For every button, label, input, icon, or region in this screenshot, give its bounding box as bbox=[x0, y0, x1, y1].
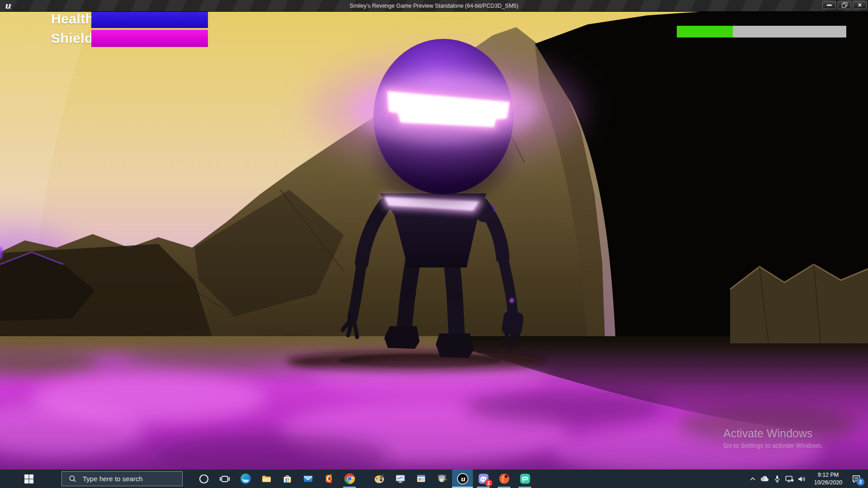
health-row: Health bbox=[51, 11, 208, 28]
taskbar-app-icons: u 2 bbox=[193, 469, 535, 488]
tray-onedrive-icon[interactable] bbox=[759, 469, 771, 488]
discord-notification-badge: 2 bbox=[485, 479, 492, 487]
taskbar-clock[interactable]: 9:12 PM 10/26/2020 bbox=[809, 470, 847, 488]
health-label: Health bbox=[51, 11, 91, 28]
edge-icon bbox=[240, 473, 251, 484]
mail-icon bbox=[302, 473, 314, 484]
tray-chevron-up-icon[interactable] bbox=[746, 469, 759, 488]
taskbar-icon-store[interactable] bbox=[277, 469, 297, 488]
origin-icon bbox=[499, 473, 510, 484]
taskbar-icon-streamlabs[interactable] bbox=[514, 469, 535, 488]
shield-row: Shield bbox=[51, 29, 208, 47]
task-view-icon bbox=[219, 474, 230, 484]
minimize-icon bbox=[827, 5, 832, 6]
taskbar-icon-office[interactable] bbox=[318, 469, 339, 488]
system-tray: 9:12 PM 10/26/2020 2 bbox=[746, 469, 865, 488]
taskbar-icon-file-explorer[interactable] bbox=[256, 469, 277, 488]
game-scene bbox=[0, 11, 868, 469]
windows-start-icon bbox=[24, 474, 34, 484]
microsoft-store-icon bbox=[282, 473, 293, 484]
start-button[interactable] bbox=[18, 469, 40, 488]
system-monitor-icon bbox=[395, 473, 406, 484]
minimize-button[interactable] bbox=[822, 1, 836, 9]
player-hud: Health Shield bbox=[51, 11, 208, 49]
chrome-icon bbox=[344, 473, 355, 484]
tray-microphone-icon[interactable] bbox=[771, 469, 783, 488]
search-icon bbox=[68, 474, 77, 483]
enemy-health-bar bbox=[677, 26, 846, 38]
paint-palette-icon bbox=[374, 473, 385, 484]
svg-text:u: u bbox=[5, 1, 11, 10]
taskbar-icon-task-view[interactable] bbox=[214, 469, 235, 488]
taskbar-icon-paint[interactable] bbox=[369, 469, 390, 488]
tray-date: 10/26/2020 bbox=[810, 479, 846, 486]
file-explorer-icon bbox=[261, 473, 272, 484]
unreal-engine-icon: u bbox=[457, 473, 469, 485]
taskbar-icon-chrome[interactable] bbox=[339, 469, 360, 488]
presentation-icon bbox=[415, 473, 427, 484]
shield-bar-fill bbox=[91, 30, 208, 47]
svg-text:u: u bbox=[460, 475, 465, 483]
restore-icon bbox=[842, 2, 847, 8]
search-input[interactable] bbox=[82, 474, 182, 483]
taskbar-icon-presentation[interactable] bbox=[410, 469, 431, 488]
tray-volume-icon[interactable] bbox=[795, 469, 807, 488]
window-title: Smiley's Revenge Game Preview Standalone… bbox=[0, 3, 868, 9]
shield-bar bbox=[91, 30, 208, 47]
health-bar-fill bbox=[91, 11, 208, 28]
unreal-logo-icon: u bbox=[3, 1, 14, 11]
enemy-health-fill bbox=[677, 26, 733, 38]
taskbar-icon-edge[interactable] bbox=[235, 469, 256, 488]
taskbar: u 2 bbox=[0, 469, 868, 488]
close-icon: × bbox=[858, 1, 862, 8]
close-button[interactable]: × bbox=[853, 1, 867, 9]
window-titlebar: u Smiley's Revenge Game Preview Standalo… bbox=[0, 0, 868, 12]
taskbar-icon-cortana[interactable] bbox=[193, 469, 214, 488]
taskbar-icon-unreal-engine[interactable]: u bbox=[452, 469, 473, 488]
shield-label: Shield bbox=[51, 29, 91, 47]
game-viewport: Health Shield Activate Windows Go to Set… bbox=[0, 11, 868, 469]
taskbar-icon-discord[interactable]: 2 bbox=[473, 469, 494, 488]
tray-time: 9:12 PM bbox=[810, 471, 846, 479]
gimp-icon bbox=[436, 473, 448, 484]
taskbar-icon-system-monitor[interactable] bbox=[390, 469, 410, 488]
office-icon bbox=[323, 473, 335, 484]
taskbar-icon-gimp[interactable] bbox=[431, 469, 452, 488]
restore-button[interactable] bbox=[838, 1, 851, 9]
search-box[interactable] bbox=[61, 471, 183, 486]
streamlabs-icon bbox=[519, 473, 531, 484]
cortana-icon bbox=[198, 474, 209, 484]
window-controls: × bbox=[822, 1, 867, 9]
action-center-button[interactable]: 2 bbox=[847, 469, 865, 488]
action-center-badge: 2 bbox=[857, 478, 864, 486]
health-bar bbox=[91, 11, 208, 28]
taskbar-icon-origin[interactable] bbox=[494, 469, 514, 488]
taskbar-icon-mail[interactable] bbox=[297, 469, 318, 488]
tray-network-icon[interactable] bbox=[783, 469, 795, 488]
